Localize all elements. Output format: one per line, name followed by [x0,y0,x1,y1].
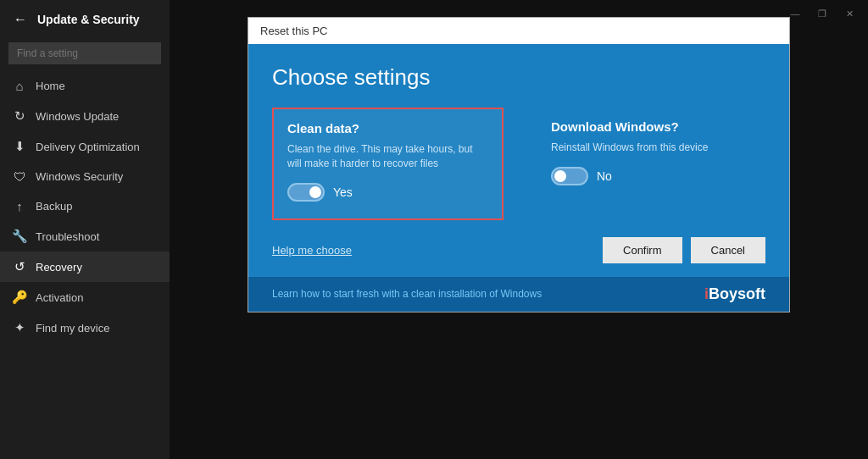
sidebar-item-troubleshoot[interactable]: 🔧 Troubleshoot [0,221,170,252]
update-icon: ↻ [12,108,27,124]
sidebar-item-windows-security[interactable]: 🛡 Windows Security [0,162,170,191]
find-device-icon: ✦ [12,320,27,335]
download-windows-card: Download Windows? Reinstall Windows from… [537,108,765,220]
sidebar-item-label: Delivery Optimization [36,141,140,153]
sidebar-item-backup[interactable]: ↑ Backup [0,191,170,221]
toggle-thumb [554,170,566,182]
troubleshoot-icon: 🔧 [12,229,27,244]
sidebar-item-label: Recovery [36,261,82,274]
sidebar-item-home[interactable]: ⌂ Home [0,71,170,101]
download-windows-toggle-label: No [597,169,612,183]
back-button[interactable]: ← [10,8,31,30]
download-windows-desc: Reinstall Windows from this device [551,141,752,155]
dialog-title: Reset this PC [260,25,327,37]
reset-dialog: Reset this PC Choose settings Clean data… [248,17,790,312]
dialog-body: Choose settings Clean data? Clean the dr… [248,44,789,220]
toggle-thumb [309,186,321,198]
download-windows-toggle[interactable] [551,167,588,185]
cancel-button[interactable]: Cancel [691,237,765,263]
delivery-icon: ⬇ [12,139,27,154]
sidebar-item-recovery[interactable]: ↺ Recovery [0,252,170,282]
sidebar: ← Update & Security ⌂ Home ↻ Windows Upd… [0,0,170,459]
sidebar-item-activation[interactable]: 🔑 Activation [0,282,170,312]
clean-data-toggle[interactable] [287,183,325,202]
home-icon: ⌂ [12,79,27,93]
help-link[interactable]: Help me choose [272,244,352,257]
sidebar-item-label: Activation [36,291,83,304]
dialog-heading: Choose settings [272,64,765,91]
backup-icon: ↑ [12,199,27,213]
download-windows-toggle-row: No [551,167,752,185]
sidebar-item-find-device[interactable]: ✦ Find my device [0,312,170,343]
clean-data-desc: Clean the drive. This may take hours, bu… [287,142,488,171]
button-row: Confirm Cancel [603,237,765,263]
clean-data-toggle-row: Yes [287,183,488,202]
confirm-button[interactable]: Confirm [603,237,682,263]
main-area: — ❐ ✕ Reset this PC Choose settings Clea… [170,0,868,459]
clean-data-toggle-label: Yes [333,185,353,199]
dialog-titlebar: Reset this PC [248,18,789,44]
sidebar-item-windows-update[interactable]: ↻ Windows Update [0,101,170,131]
dialog-footer: Help me choose Confirm Cancel [248,220,789,277]
sidebar-header: ← Update & Security [0,0,170,39]
recovery-icon: ↺ [12,259,27,274]
options-row: Clean data? Clean the drive. This may ta… [272,108,765,220]
activation-icon: 🔑 [12,290,27,305]
sidebar-item-delivery-optimization[interactable]: ⬇ Delivery Optimization [0,131,170,162]
dialog-bottom-bar: Learn how to start fresh with a clean in… [248,277,789,312]
sidebar-title: Update & Security [37,13,140,26]
download-windows-title: Download Windows? [551,119,752,134]
sidebar-item-label: Troubleshoot [36,230,99,243]
brand-logo: iBoysoft [704,285,765,303]
search-input[interactable] [8,42,161,64]
sidebar-item-label: Home [36,80,65,92]
dialog-backdrop: Reset this PC Choose settings Clean data… [170,0,868,459]
shield-icon: 🛡 [12,169,27,184]
sidebar-item-label: Windows Update [36,110,119,123]
clean-data-card: Clean data? Clean the drive. This may ta… [272,108,504,220]
clean-data-title: Clean data? [287,121,488,135]
sidebar-item-label: Windows Security [36,170,123,183]
sidebar-item-label: Backup [36,200,72,213]
bottom-info-text: Learn how to start fresh with a clean in… [272,288,542,300]
sidebar-item-label: Find my device [36,322,109,335]
